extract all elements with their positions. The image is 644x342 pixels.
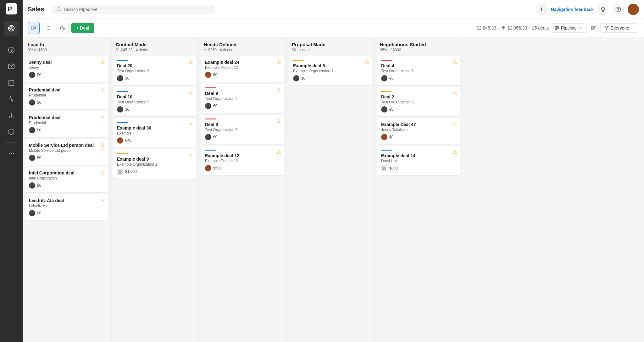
card-person-avatar-deal-20 bbox=[117, 75, 123, 81]
deal-card-prudential-deal-1[interactable]: Prudential dealPrudential$0⚠ bbox=[25, 84, 108, 109]
column-header-contact-made: Contact Made$1,045.33 · 4 deals bbox=[111, 37, 198, 55]
column-subtitle-contact-made: $1,045.33 · 4 deals bbox=[116, 48, 193, 52]
svg-point-18 bbox=[57, 8, 60, 11]
warning-icon-intel-deal: ⚠ bbox=[100, 170, 105, 176]
deal-card-example-deal-24[interactable]: Example deal 24Example Person 12$0⚠ bbox=[201, 56, 284, 82]
sidebar-divider bbox=[5, 39, 18, 39]
color-bar-example-deal-5 bbox=[293, 60, 304, 61]
everyone-label: Everyone bbox=[611, 25, 629, 30]
sidebar-item-reports[interactable] bbox=[4, 91, 19, 107]
sidebar-item-deals[interactable]: $ bbox=[4, 42, 19, 58]
warning-icon-prudential-deal-1: ⚠ bbox=[100, 87, 105, 93]
column-subtitle-negotiations-started: 95% of $800 bbox=[380, 48, 458, 52]
filter-icon bbox=[604, 26, 609, 30]
card-title-example-deal-9: Example deal 9 bbox=[117, 157, 192, 162]
sidebar-item-mail[interactable] bbox=[4, 59, 19, 74]
warning-icon-mobile-service-deal: ⚠ bbox=[100, 142, 105, 148]
color-bar-example-deal-30 bbox=[117, 122, 128, 123]
deal-card-example-deal-14[interactable]: Example deal 14Daryl Hall🏢$800⚠ bbox=[377, 146, 460, 175]
card-amount-example-deal-30: €40 bbox=[125, 138, 131, 143]
deal-card-deal-8[interactable]: Deal 8Test Organization 5€0⚠ bbox=[201, 115, 284, 144]
card-person-avatar-deal-4 bbox=[381, 75, 387, 81]
svg-point-16 bbox=[11, 153, 12, 154]
card-amount-example-deal-5: $0 bbox=[301, 76, 305, 80]
column-subtitle-proposal-made: $0 · 1 deal bbox=[292, 48, 369, 52]
card-footer-intel-deal: $0 bbox=[29, 182, 104, 189]
forecast-view-button[interactable] bbox=[57, 22, 69, 34]
card-org-example-deal-47: Jenny Takahara bbox=[381, 128, 456, 132]
deal-card-prudential-deal-2[interactable]: Prudential dealPrudential$0⚠ bbox=[25, 111, 108, 137]
search-bar[interactable] bbox=[52, 5, 215, 14]
deal-card-deal-9[interactable]: Deal 9Test Organization 5€0⚠ bbox=[201, 84, 284, 113]
card-org-mobile-service-deal: Mobile Service Ltd person bbox=[29, 148, 104, 153]
list-view-button[interactable] bbox=[42, 22, 54, 34]
deal-card-example-deal-12[interactable]: Example deal 12Example Person 12$500⚠ bbox=[201, 146, 284, 175]
nav-feedback-link[interactable]: Navigation feedback bbox=[551, 7, 594, 12]
everyone-button[interactable]: Everyone bbox=[600, 23, 639, 33]
card-title-example-deal-14: Example deal 14 bbox=[381, 153, 456, 158]
card-avatar-example-deal-24 bbox=[205, 72, 211, 78]
column-cards-needs-defined: Example deal 24Example Person 12$0⚠Deal … bbox=[199, 55, 286, 342]
search-icon bbox=[56, 7, 61, 12]
deal-card-jenny-deal[interactable]: Jenny dealJenny$0⚠ bbox=[25, 56, 108, 82]
deal-card-example-deal-9[interactable]: Example deal 9Example Organization 1🏢$1,… bbox=[113, 149, 196, 179]
more-icon bbox=[8, 150, 15, 157]
sidebar-item-analytics[interactable] bbox=[4, 108, 19, 123]
deal-card-deal-20[interactable]: Deal 20Test Organization 6$0⚠ bbox=[113, 56, 196, 85]
svg-point-4 bbox=[11, 28, 12, 29]
card-person-avatar-leistritz-deal bbox=[29, 210, 35, 216]
card-amount-example-deal-14: $800 bbox=[389, 166, 398, 170]
card-amount-example-deal-12: $500 bbox=[213, 166, 222, 170]
card-person-avatar-example-deal-5 bbox=[293, 75, 299, 81]
card-title-deal-9: Deal 9 bbox=[205, 91, 280, 96]
card-footer-deal-4: €0 bbox=[381, 75, 456, 81]
card-footer-leistritz-deal: $0 bbox=[29, 210, 104, 216]
lightbulb-button[interactable] bbox=[597, 4, 609, 15]
deal-card-example-deal-30[interactable]: Example deal 30Example€40⚠ bbox=[113, 118, 196, 147]
pencil-icon bbox=[591, 26, 596, 30]
deal-card-leistritz-deal[interactable]: Leistritz Atc dealLeistritz Atc$0⚠ bbox=[25, 194, 108, 220]
card-title-prudential-deal-2: Prudential deal bbox=[29, 115, 104, 120]
deal-card-example-deal-47[interactable]: Example Deal 47Jenny Takahara$0⚠ bbox=[377, 118, 460, 144]
warning-icon-prudential-deal-2: ⚠ bbox=[100, 114, 105, 120]
card-org-example-deal-30: Example bbox=[117, 131, 192, 135]
kanban-board: Lead In0% of $500Jenny dealJenny$0⚠Prude… bbox=[23, 37, 644, 342]
deal-card-deal-4[interactable]: Deal 4Test Organization 5€0⚠ bbox=[377, 56, 460, 85]
column-negotiations-started: Negotiations Started95% of $800Deal 4Tes… bbox=[375, 37, 463, 342]
kanban-view-button[interactable] bbox=[28, 22, 40, 34]
deal-card-deal-10[interactable]: Deal 10Test Organization 5$0⚠ bbox=[113, 87, 196, 116]
card-footer-prudential-deal-1: $0 bbox=[29, 99, 104, 106]
card-building-icon-example-deal-9: 🏢 bbox=[117, 168, 123, 175]
sidebar-item-more[interactable] bbox=[4, 146, 19, 161]
card-amount-prudential-deal-1: $0 bbox=[37, 100, 41, 105]
card-person-avatar-deal-10 bbox=[117, 106, 123, 113]
card-amount-deal-20: $0 bbox=[125, 76, 129, 80]
card-footer-example-deal-14: 🏢$800 bbox=[381, 165, 456, 171]
color-bar-example-deal-14 bbox=[381, 150, 392, 151]
warning-icon-deal-2: ⚠ bbox=[452, 90, 457, 96]
add-deal-button[interactable]: + Deal bbox=[71, 23, 94, 33]
deal-card-mobile-service-deal[interactable]: Mobile Service Ltd person dealMobile Ser… bbox=[25, 139, 108, 165]
help-button[interactable] bbox=[613, 4, 624, 15]
card-title-leistritz-deal: Leistritz Atc deal bbox=[29, 198, 104, 203]
sidebar-item-products[interactable] bbox=[4, 124, 19, 139]
sidebar-item-focus[interactable] bbox=[4, 21, 19, 36]
search-input[interactable] bbox=[64, 7, 210, 12]
edit-button[interactable] bbox=[588, 23, 598, 33]
card-footer-example-deal-9: 🏢$1,000 bbox=[117, 168, 192, 175]
card-footer-example-deal-5: $0 bbox=[293, 75, 368, 81]
deal-card-intel-deal[interactable]: Intel Corporation dealIntel Corporation$… bbox=[25, 167, 108, 192]
deal-card-example-deal-5[interactable]: Example deal 5Example Organization 1$0⚠ bbox=[289, 56, 372, 85]
card-footer-example-deal-30: €40 bbox=[117, 137, 192, 144]
card-title-deal-8: Deal 8 bbox=[205, 122, 280, 127]
sidebar-item-calendar[interactable] bbox=[4, 75, 19, 90]
warning-icon-deal-10: ⚠ bbox=[188, 90, 193, 96]
column-lead-in: Lead In0% of $500Jenny dealJenny$0⚠Prude… bbox=[23, 37, 111, 342]
add-button[interactable]: + bbox=[536, 4, 547, 15]
app-logo[interactable]: P bbox=[5, 3, 18, 15]
pipeline-button[interactable]: Pipeline bbox=[551, 23, 586, 33]
card-amount-deal-9: €0 bbox=[213, 104, 217, 108]
card-amount-deal-10: $0 bbox=[125, 107, 129, 112]
user-avatar[interactable] bbox=[628, 4, 639, 15]
deal-card-deal-2[interactable]: Deal 2Test Organization 5€0⚠ bbox=[377, 87, 460, 116]
